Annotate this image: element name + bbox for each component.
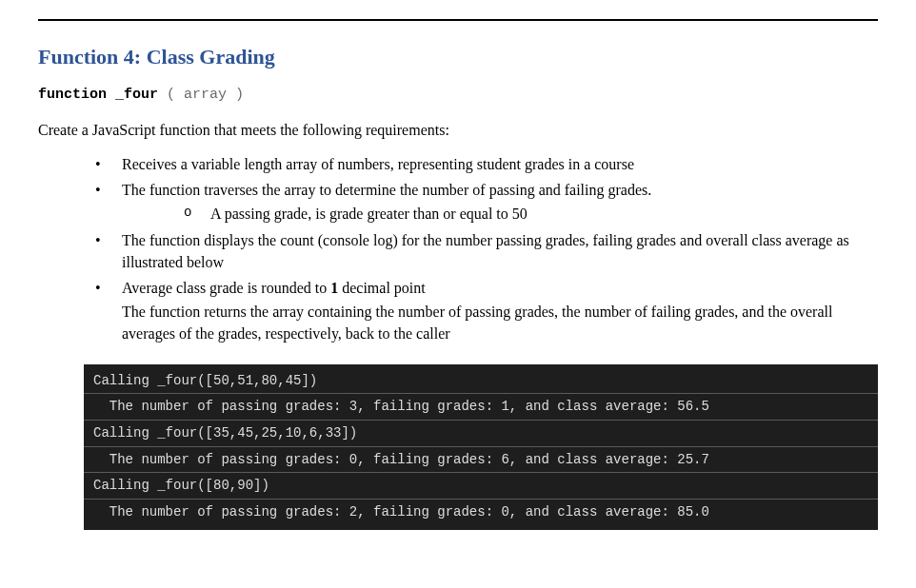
req-text-prefix: Average class grade is rounded to bbox=[122, 280, 330, 296]
req-text: Receives a variable length array of numb… bbox=[122, 156, 634, 172]
console-line: Calling _four([35,45,25,10,6,33]) bbox=[84, 422, 878, 447]
console-output: Calling _four([50,51,80,45]) The number … bbox=[84, 364, 878, 530]
req-text-suffix: decimal point bbox=[338, 280, 426, 296]
section-title: Function 4: Class Grading bbox=[38, 45, 878, 69]
divider-top bbox=[38, 19, 878, 21]
console-line: The number of passing grades: 3, failing… bbox=[84, 396, 878, 421]
function-signature: function _four ( array ) bbox=[38, 87, 878, 103]
requirements-list: Receives a variable length array of numb… bbox=[38, 153, 878, 345]
console-line: The number of passing grades: 0, failing… bbox=[84, 449, 878, 474]
list-item: The function traverses the array to dete… bbox=[95, 179, 878, 225]
list-item: Receives a variable length array of numb… bbox=[95, 153, 878, 175]
sig-params: ( array ) bbox=[167, 87, 244, 103]
sub-list-item: A passing grade, is grade greater than o… bbox=[184, 203, 878, 225]
console-line: The number of passing grades: 2, failing… bbox=[84, 501, 878, 524]
console-line: Calling _four([80,90]) bbox=[84, 475, 878, 500]
list-item: Average class grade is rounded to 1 deci… bbox=[95, 277, 878, 345]
list-item: The function displays the count (console… bbox=[95, 229, 878, 273]
sub-list: A passing grade, is grade greater than o… bbox=[122, 203, 878, 225]
intro-text: Create a JavaScript function that meets … bbox=[38, 122, 878, 139]
req-text: The function traverses the array to dete… bbox=[122, 182, 651, 198]
sub-req-text: A passing grade, is grade greater than o… bbox=[210, 206, 528, 222]
req-text: The function displays the count (console… bbox=[122, 232, 849, 270]
sig-name: _four bbox=[115, 87, 158, 103]
req-continuation: The function returns the array containin… bbox=[122, 301, 878, 344]
sig-keyword: function bbox=[38, 87, 107, 103]
console-line: Calling _four([50,51,80,45]) bbox=[84, 370, 878, 395]
req-text-bold: 1 bbox=[330, 280, 338, 296]
